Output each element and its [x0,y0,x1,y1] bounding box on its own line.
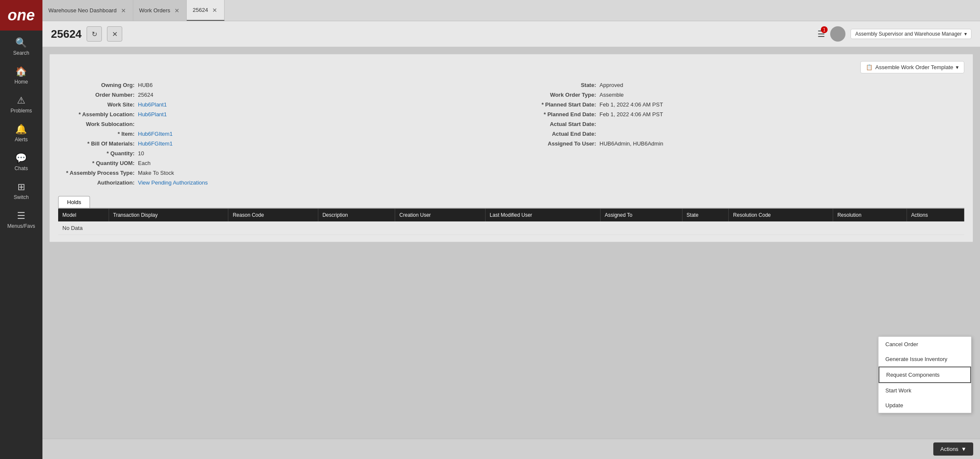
left-field-6: * Bill Of Materials:Hub6FGItem1 [58,139,503,148]
chats-icon: 💬 [15,153,27,164]
left-field-4: Work Sublocation: [58,119,503,129]
right-fields: State:ApprovedWork Order Type:Assemble* … [520,80,965,188]
dropdown-item-start-work[interactable]: Start Work [879,383,971,398]
table-body: No Data [58,221,964,235]
left-field-5: * Item:Hub6FGItem1 [58,129,503,139]
left-label-3: * Assembly Location: [58,111,135,118]
dropdown-item-request-components[interactable]: Request Components [879,367,971,383]
holds-table: ModelTransaction DisplayReason CodeDescr… [58,209,964,235]
holds-table-container: ModelTransaction DisplayReason CodeDescr… [58,209,964,235]
left-label-0: Owning Org: [58,82,135,88]
col-header-8: Resolution Code [729,209,833,221]
sidebar-item-switch[interactable]: ⊞ Switch [7,176,35,205]
right-label-2: * Planned Start Date: [520,101,596,108]
tab-label-25624: 25624 [193,7,208,13]
sidebar-item-alerts[interactable]: 🔔 Alerts [7,119,35,148]
user-role-dropdown[interactable]: Assembly Supervisor and Warehouse Manage… [851,29,972,39]
right-label-5: Actual End Date: [520,131,596,137]
menu-button[interactable]: ☰ 1 [817,29,825,39]
left-value-9: Make To Stock [138,170,174,176]
bottom-bar: Actions ▼ [42,439,980,459]
sidebar-item-menus[interactable]: ☰ Menus/Favs [7,205,35,234]
left-field-0: Owning Org:HUB6 [58,80,503,90]
sidebar-item-search[interactable]: 🔍 Search [7,32,35,61]
left-label-5: * Item: [58,131,135,137]
left-value-7: 10 [138,150,144,157]
tab-dashboard[interactable]: Warehouse Neo Dashboard✕ [42,0,133,21]
template-icon: 📋 [866,64,873,70]
col-header-10: Actions [907,209,964,221]
sidebar-label-alerts: Alerts [15,137,28,143]
actions-dropdown-menu: Cancel OrderGenerate Issue InventoryRequ… [878,336,972,413]
sidebar-label-chats: Chats [14,165,28,171]
right-label-0: State: [520,82,596,88]
notification-badge: 1 [821,26,828,33]
col-header-5: Last Modified User [485,209,600,221]
left-value-3[interactable]: Hub6Plant1 [138,111,167,118]
dropdown-item-generate-issue-inventory[interactable]: Generate Issue Inventory [879,352,971,367]
actions-button[interactable]: Actions ▼ [933,442,973,456]
close-button[interactable]: ✕ [107,26,122,42]
sidebar-label-switch: Switch [14,194,28,200]
tab-workorders[interactable]: Work Orders✕ [133,0,187,21]
left-value-2[interactable]: Hub6Plant1 [138,101,167,108]
left-field-8: * Quantity UOM:Each [58,158,503,168]
right-value-0: Approved [600,82,623,88]
app-logo[interactable]: one [0,0,42,31]
col-header-0: Model [58,209,109,221]
left-label-7: * Quantity: [58,150,135,157]
tab-25624[interactable]: 25624✕ [187,0,225,21]
switch-icon: ⊞ [17,182,25,193]
template-label: Assemble Work Order Template [875,64,953,70]
dropdown-item-cancel-order[interactable]: Cancel Order [879,337,971,352]
tab-close-dashboard[interactable]: ✕ [120,7,127,14]
sidebar-label-search: Search [13,50,29,56]
home-icon: 🏠 [15,66,27,77]
tab-label-workorders: Work Orders [139,7,170,14]
sidebar: one 🔍 Search 🏠 Home ⚠ Problems 🔔 Alerts … [0,0,42,459]
right-field-2: * Planned Start Date:Feb 1, 2022 4:06 AM… [520,100,965,109]
right-label-3: * Planned End Date: [520,111,596,118]
template-arrow-icon: ▾ [956,64,959,70]
right-field-4: Actual Start Date: [520,119,965,129]
template-button[interactable]: 📋 Assemble Work Order Template ▾ [860,61,964,73]
sidebar-item-problems[interactable]: ⚠ Problems [7,90,35,119]
info-grid: Owning Org:HUB6Order Number:25624Work Si… [58,80,964,188]
right-value-6: HUB6Admin, HUB6Admin [600,140,663,147]
header-right: ☰ 1 Assembly Supervisor and Warehouse Ma… [817,26,972,42]
sidebar-label-menus: Menus/Favs [7,223,35,229]
left-value-5[interactable]: Hub6FGItem1 [138,131,173,137]
sidebar-item-chats[interactable]: 💬 Chats [7,148,35,176]
left-field-3: * Assembly Location:Hub6Plant1 [58,109,503,119]
content-header: 25624 ↻ ✕ ☰ 1 Assembly Supervisor and Wa… [42,21,980,47]
tab-holds[interactable]: Holds [58,196,90,208]
sidebar-item-home[interactable]: 🏠 Home [7,61,35,90]
holds-tab-bar: Holds [58,196,964,209]
left-label-9: * Assembly Process Type: [58,170,135,176]
refresh-button[interactable]: ↻ [87,26,102,42]
left-value-6[interactable]: Hub6FGItem1 [138,140,173,147]
actions-arrow-icon: ▼ [961,446,966,452]
no-data-cell: No Data [58,221,964,235]
alerts-icon: 🔔 [15,124,27,135]
dropdown-chevron-icon: ▾ [964,31,967,37]
tab-close-25624[interactable]: ✕ [211,7,218,14]
user-role-label: Assembly Supervisor and Warehouse Manage… [855,31,962,37]
tab-label-dashboard: Warehouse Neo Dashboard [48,7,117,14]
right-field-1: Work Order Type:Assemble [520,90,965,100]
table-header: ModelTransaction DisplayReason CodeDescr… [58,209,964,221]
right-field-6: Assigned To User:HUB6Admin, HUB6Admin [520,139,965,148]
page-title: 25624 [51,28,81,41]
tab-close-workorders[interactable]: ✕ [174,7,180,14]
content-body: 📋 Assemble Work Order Template ▾ Owning … [42,47,980,439]
dropdown-item-update[interactable]: Update [879,398,971,413]
left-value-8: Each [138,160,151,166]
left-label-4: Work Sublocation: [58,121,135,127]
left-value-10[interactable]: View Pending Authorizations [138,179,208,186]
col-header-6: Assigned To [600,209,682,221]
sidebar-label-problems: Problems [11,108,32,114]
right-label-6: Assigned To User: [520,140,596,147]
avatar [830,26,845,42]
left-value-1: 25624 [138,92,153,98]
menus-icon: ☰ [17,210,25,221]
